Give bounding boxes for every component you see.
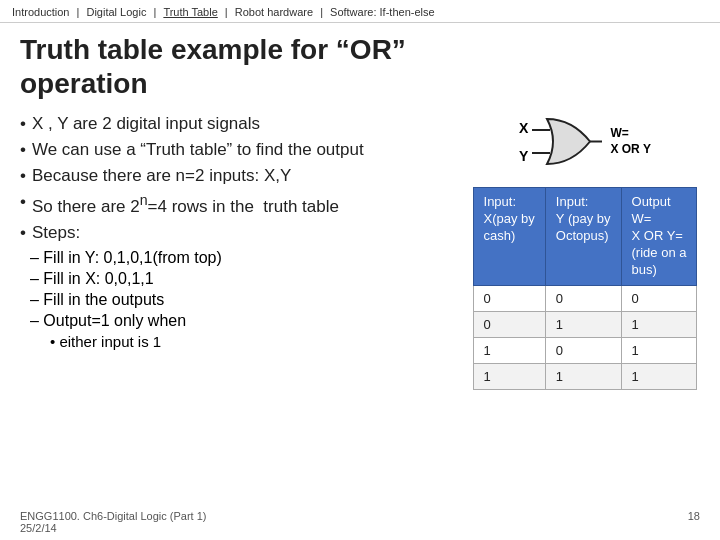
right-column: X Y W=X OR Y <box>470 114 700 389</box>
bullet-item-4: Steps: <box>20 223 450 243</box>
table-cell: 1 <box>621 311 697 337</box>
table-header-1: Input:Y (pay byOctopus) <box>545 188 621 285</box>
breadcrumb-separator: | <box>77 6 83 18</box>
table-row: 011 <box>473 311 697 337</box>
truth-table-body: 000011101111 <box>473 285 697 389</box>
step-1: – Fill in X: 0,0,1,1 <box>30 270 450 288</box>
bullet-list: X , Y are 2 digital input signals We can… <box>20 114 450 243</box>
step-3: – Output=1 only when <box>30 312 450 330</box>
footer: ENGG1100. Ch6-Digital Logic (Part 1)25/2… <box>0 510 720 534</box>
breadcrumb-separator: | <box>225 6 231 18</box>
table-cell: 1 <box>621 337 697 363</box>
breadcrumb-item-4[interactable]: Software: If-then-else <box>330 6 435 18</box>
main-content: Truth table example for “OR”operation X … <box>0 23 720 400</box>
table-row: 111 <box>473 363 697 389</box>
table-row: 101 <box>473 337 697 363</box>
table-cell: 1 <box>621 363 697 389</box>
table-cell: 0 <box>473 311 545 337</box>
table-cell: 0 <box>621 285 697 311</box>
gate-input-y: Y <box>519 148 528 164</box>
table-cell: 1 <box>545 363 621 389</box>
table-row: 000 <box>473 285 697 311</box>
table-header-0: Input:X(pay bycash) <box>473 188 545 285</box>
slide-title: Truth table example for “OR”operation <box>20 33 700 100</box>
bullet-item-2: Because there are n=2 inputs: X,Y <box>20 166 450 186</box>
sub-bullet: • either input is 1 <box>50 333 450 350</box>
gate-input-x: X <box>519 120 528 136</box>
table-cell: 0 <box>473 285 545 311</box>
or-gate-svg <box>532 114 602 169</box>
breadcrumb-item-1[interactable]: Digital Logic <box>86 6 146 18</box>
table-cell: 0 <box>545 285 621 311</box>
gate-inputs: X Y <box>519 120 528 164</box>
breadcrumb-item-2[interactable]: Truth Table <box>163 6 217 18</box>
or-gate-diagram: X Y W=X OR Y <box>519 114 651 169</box>
table-cell: 1 <box>473 363 545 389</box>
table-cell: 1 <box>473 337 545 363</box>
breadcrumb-separator: | <box>153 6 159 18</box>
footer-page-number: 18 <box>688 510 700 534</box>
table-cell: 1 <box>545 311 621 337</box>
footer-citation: ENGG1100. Ch6-Digital Logic (Part 1)25/2… <box>20 510 206 534</box>
left-column: X , Y are 2 digital input signals We can… <box>20 114 450 353</box>
step-0: – Fill in Y: 0,1,0,1(from top) <box>30 249 450 267</box>
breadcrumb: Introduction | Digital Logic | Truth Tab… <box>0 0 720 23</box>
table-cell: 0 <box>545 337 621 363</box>
breadcrumb-separator: | <box>320 6 326 18</box>
breadcrumb-item-0[interactable]: Introduction <box>12 6 69 18</box>
content-area: X , Y are 2 digital input signals We can… <box>20 114 700 389</box>
truth-table: Input:X(pay bycash) Input:Y (pay byOctop… <box>473 187 698 389</box>
bullet-item-1: We can use a “Truth table” to find the o… <box>20 140 450 160</box>
breadcrumb-item-3[interactable]: Robot hardware <box>235 6 313 18</box>
table-header-2: OutputW=X OR Y=(ride on abus) <box>621 188 697 285</box>
sub-steps: – Fill in Y: 0,1,0,1(from top) – Fill in… <box>30 249 450 350</box>
bullet-item-0: X , Y are 2 digital input signals <box>20 114 450 134</box>
step-2: – Fill in the outputs <box>30 291 450 309</box>
bullet-item-3: So there are 2n=4 rows in the truth tabl… <box>20 192 450 217</box>
gate-output-label: W=X OR Y <box>610 126 650 157</box>
